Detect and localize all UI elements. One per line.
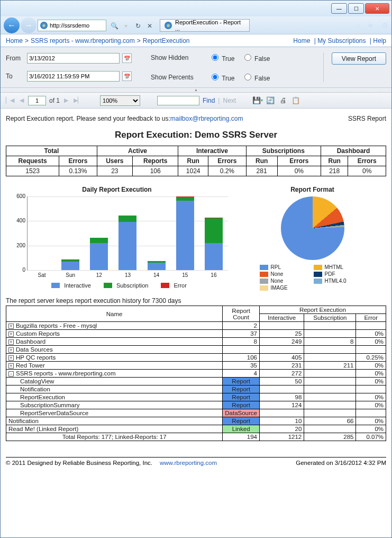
footer-link[interactable]: www.rbreporting.com xyxy=(160,460,217,466)
expand-toggle[interactable]: + xyxy=(8,331,14,337)
table-row: -SSRS reports - www.rbreporting.com42720… xyxy=(6,370,386,378)
report-toolbar: ▏◀ ◀ of 1 ▶ ▶▏ 100% Find | Next 💾▾ 🔄 🖨 📋 xyxy=(1,93,391,109)
expand-toggle[interactable]: + xyxy=(8,363,14,369)
last-page-button[interactable]: ▶▏ xyxy=(72,97,83,104)
url-field[interactable]: e http://ssrsdemo xyxy=(38,20,106,31)
datafeed-icon[interactable]: 📋 xyxy=(291,96,300,105)
forward-button[interactable]: → xyxy=(21,17,37,33)
report-footer: © 2011 Designed by Reliable Business Rep… xyxy=(6,457,386,466)
url-text: http://ssrsdemo xyxy=(50,22,89,29)
tab-favicon-icon: e xyxy=(165,22,172,29)
report-parameters: From 📅 To 📅 Show Hidden True False Show … xyxy=(1,47,391,88)
show-percents-true[interactable]: True xyxy=(209,75,234,82)
copyright-text: © 2011 Designed by Reliable Business Rep… xyxy=(6,460,152,466)
detail-table: Name Report Count Report Execution Inter… xyxy=(6,306,386,441)
titlebar: — ☐ ✕ xyxy=(1,1,391,16)
parameter-gripper[interactable]: ▲ xyxy=(1,88,391,93)
export-icon[interactable]: 💾▾ xyxy=(253,96,262,105)
show-hidden-true[interactable]: True xyxy=(209,55,234,62)
pie-graphic xyxy=(281,196,344,260)
view-report-button[interactable]: View Report xyxy=(332,52,386,65)
address-bar: ← → e http://ssrsdemo 🔍 ▾ ↻ ✕ e ReportEx… xyxy=(1,16,391,34)
close-button[interactable]: ✕ xyxy=(365,3,389,14)
report-title: Report Execution: Demo SSRS Server xyxy=(6,130,386,140)
ie-icon: e xyxy=(40,22,48,29)
breadcrumb: Home > SSRS reports - www.rbreporting.co… xyxy=(1,34,391,47)
expand-toggle[interactable]: + xyxy=(8,339,14,345)
browser-tab[interactable]: e ReportExecution - Report ... xyxy=(160,19,250,32)
home-icon[interactable]: ⌂ xyxy=(355,21,360,30)
total-row-label: Total Reports: 177; Linked-Reports: 17 xyxy=(6,433,223,441)
from-date-input[interactable] xyxy=(27,53,120,64)
report-body: Report Execution report. Please send you… xyxy=(1,109,391,444)
expand-toggle[interactable]: - xyxy=(8,371,14,376)
refresh-report-icon[interactable]: 🔄 xyxy=(266,96,275,105)
link-subscriptions[interactable]: My Subscriptions xyxy=(317,37,366,44)
table-row: +Dashboard824980% xyxy=(6,338,386,346)
zoom-select[interactable]: 100% xyxy=(100,95,140,106)
table-row: NotificationReport10660% xyxy=(6,417,386,425)
browser-tools: ⌂ ★ ⚙ xyxy=(350,21,388,30)
table-row: +Red Tower352312110% xyxy=(6,362,386,370)
find-button[interactable]: Find xyxy=(203,97,215,104)
link-home[interactable]: Home xyxy=(293,37,310,44)
to-date-input[interactable] xyxy=(27,71,120,82)
generated-text: Generated on 3/16/2012 4:32 PM xyxy=(296,460,386,466)
pie-chart-legend: RPLMHTMLNonePDFNoneHTML4.0IMAGE xyxy=(260,264,366,291)
bar-chart: Daily Report Execution 0200400600SatSun1… xyxy=(6,186,228,291)
table-row: CatalogViewReport500% xyxy=(6,378,386,385)
feedback-text: Report Execution report. Please send you… xyxy=(6,115,170,122)
table-row: ReportServerDataSourceDataSource xyxy=(6,409,386,417)
address-toolbar: 🔍 ▾ ↻ ✕ xyxy=(110,21,154,30)
app-window: — ☐ ✕ ← → e http://ssrsdemo 🔍 ▾ ↻ ✕ e Re… xyxy=(0,0,392,538)
search-icon[interactable]: 🔍 xyxy=(110,22,119,30)
feedback-email-link[interactable]: mailbox@rbreporting.com xyxy=(170,115,243,122)
to-label: To xyxy=(6,73,27,80)
calendar-icon[interactable]: 📅 xyxy=(122,71,132,81)
favorite-icon[interactable]: ★ xyxy=(367,21,374,30)
bar-chart-title: Daily Report Execution xyxy=(6,186,228,193)
pie-chart: Report Format RPLMHTMLNonePDFNoneHTML4.0… xyxy=(239,186,386,291)
table-row: Read Me! (Linked Report)Linked200% xyxy=(6,425,386,433)
table-row: SubscriptionSummaryReport1240% xyxy=(6,401,386,409)
crumb-home[interactable]: Home xyxy=(6,37,23,44)
crumb-folder[interactable]: SSRS reports - www.rbreporting.com xyxy=(31,37,135,44)
bar-chart-legend: InteractiveSubscriptionError xyxy=(6,282,228,289)
calendar-icon[interactable]: 📅 xyxy=(122,53,132,63)
table-row: +Custom Reports37250% xyxy=(6,330,386,338)
expand-toggle[interactable]: + xyxy=(8,324,14,329)
table-row: +Bugzilla reports - Free - mysql2 xyxy=(6,322,386,330)
table-row: +HP QC reports1064050.25% xyxy=(6,354,386,362)
history-note: The report server keeps report execution… xyxy=(6,297,386,304)
minimize-button[interactable]: — xyxy=(331,3,347,14)
find-input[interactable] xyxy=(157,96,199,105)
stop-icon[interactable]: ✕ xyxy=(145,22,154,30)
print-icon[interactable]: 🖨 xyxy=(278,96,288,105)
expand-toggle[interactable]: + xyxy=(8,355,14,361)
expand-toggle[interactable]: + xyxy=(8,347,14,353)
table-row: +Data Sources xyxy=(6,346,386,354)
from-label: From xyxy=(6,55,27,62)
back-button[interactable]: ← xyxy=(4,17,20,33)
refresh-icon[interactable]: ↻ xyxy=(133,22,143,30)
pie-chart-title: Report Format xyxy=(239,186,386,193)
table-row: NotificationReport xyxy=(6,385,386,393)
page-number-input[interactable] xyxy=(28,96,46,105)
show-percents-label: Show Percents xyxy=(151,74,209,81)
prev-page-button[interactable]: ◀ xyxy=(19,97,25,104)
next-page-button[interactable]: ▶ xyxy=(63,97,69,104)
page-total: of 1 xyxy=(49,97,60,104)
gear-icon[interactable]: ⚙ xyxy=(381,21,388,30)
show-hidden-false[interactable]: False xyxy=(242,55,270,62)
crumb-report[interactable]: ReportExecution xyxy=(143,37,190,44)
table-row: ReportExecutionReport980% xyxy=(6,393,386,401)
summary-table: Total Active Interactive Subscriptions D… xyxy=(6,146,386,176)
report-type-label: SSRS Report xyxy=(348,115,386,122)
maximize-button[interactable]: ☐ xyxy=(348,3,364,14)
first-page-button[interactable]: ▏◀ xyxy=(5,97,15,104)
show-percents-false[interactable]: False xyxy=(242,75,270,82)
link-help[interactable]: Help xyxy=(373,37,386,44)
tab-title: ReportExecution - Report ... xyxy=(175,19,245,32)
find-next-button[interactable]: Next xyxy=(223,97,236,104)
show-hidden-label: Show Hidden xyxy=(151,54,209,61)
